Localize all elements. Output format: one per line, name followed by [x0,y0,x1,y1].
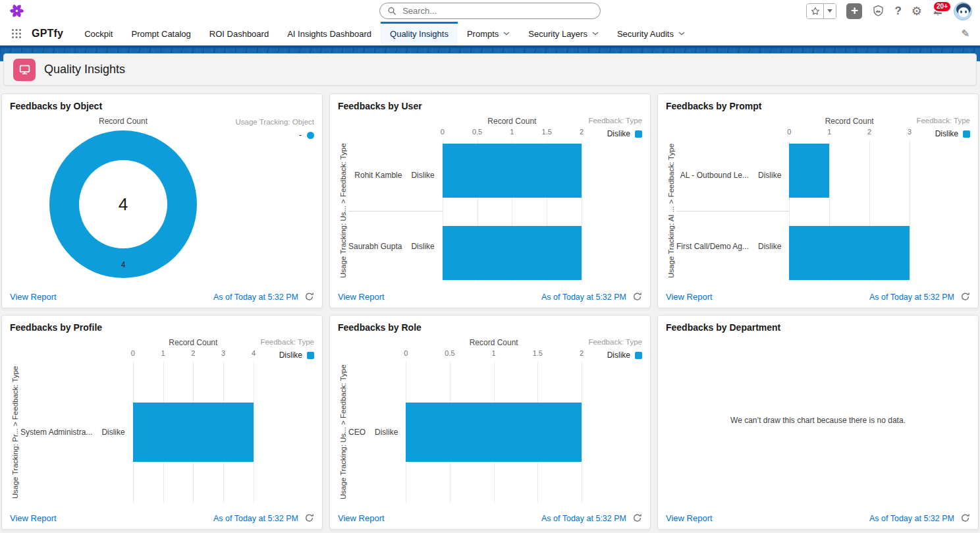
setup-button[interactable]: ⚙ [912,4,922,18]
category-labels: System Administra...Dislike [20,362,133,503]
row-label: CEODislike [348,362,406,503]
favorites-button[interactable] [807,4,824,18]
row-label: AL - Outbound Le...Dislike [676,140,789,211]
x-tick-label: 0 [404,349,408,357]
x-tick-label: 0 [787,128,791,136]
horizontal-bar-chart: Usage Tracking: Pr... > Feedback: TypeRe… [10,338,314,503]
legend-item: Dislike [935,129,970,138]
chart-area: We can’t draw this chart because there i… [666,338,970,503]
app-launcher-button[interactable] [5,22,28,45]
legend-item-label: - [299,130,302,140]
x-tick-label: 1 [827,128,831,136]
view-report-link[interactable]: View Report [666,513,713,523]
plot-area [789,140,910,281]
tab-security-audits[interactable]: Security Audits [608,22,694,45]
x-tick-label: 3 [221,349,225,357]
card-title: Feedbacks by Object [10,101,314,111]
caret-down-icon [827,9,832,13]
refresh-icon[interactable] [304,513,314,523]
tab-cockpit[interactable]: Cockpit [75,22,122,45]
bar-dislike[interactable] [133,403,254,462]
bar-band [789,212,910,282]
search-input[interactable] [401,5,592,16]
global-search[interactable] [379,3,601,19]
row-series-label: Dislike [101,428,124,437]
y-axis-label: Usage Tracking: Us... > Feedback: Type [338,362,348,503]
y-axis-label: Usage Tracking: Us... > Feedback: Type [338,140,348,281]
refresh-icon[interactable] [632,292,642,302]
gridline [582,362,582,503]
row-category-label: Saurabh Gupta [348,242,402,251]
tab-security-layers[interactable]: Security Layers [519,22,608,45]
bar-dislike[interactable] [406,403,582,462]
row-category-label: System Administra... [20,428,92,437]
row-series-label: Dislike [758,171,781,180]
view-report-link[interactable]: View Report [338,292,385,302]
view-report-link[interactable]: View Report [338,513,385,523]
refresh-icon[interactable] [960,292,970,302]
horizontal-bar-chart: Usage Tracking: Us... > Feedback: TypeRe… [338,117,642,281]
refresh-icon[interactable] [632,513,642,523]
pencil-icon: ✎ [961,28,969,40]
bar-dislike[interactable] [789,226,910,280]
refresh-icon[interactable] [304,292,314,302]
view-report-link[interactable]: View Report [666,292,713,302]
user-profile-button[interactable] [954,2,972,20]
bar-bands [789,140,910,281]
tab-roi-dashboard[interactable]: ROI Dashboard [200,22,278,45]
legend-title: Usage Tracking: Object [235,118,314,126]
question-mark-icon: ? [894,5,901,18]
x-tick-label: 1 [492,349,496,357]
card-feedbacks-by-profile: Feedbacks by Profile Usage Tracking: Pr.… [1,315,323,530]
nav-tabs: Cockpit Prompt Catalog ROI Dashboard AI … [75,22,694,45]
bar-dislike[interactable] [443,144,582,198]
chart-area: Usage Tracking: Pr... > Feedback: TypeRe… [10,338,314,503]
tab-prompts[interactable]: Prompts [458,22,519,45]
donut-total-value: 4 [119,194,128,215]
edit-nav-button[interactable]: ✎ [961,22,980,45]
quick-add-button[interactable]: + [846,3,862,19]
x-tick-label: 0 [441,128,445,136]
tab-ai-insights-dashboard[interactable]: AI Insights Dashboard [278,22,381,45]
refresh-icon[interactable] [960,513,970,523]
donut-segment[interactable]: 44 [49,130,197,278]
legend-title: Feedback: Type [582,338,642,349]
as-of-timestamp: As of Today at 5:32 PM [541,293,626,302]
x-tick-label: 2 [867,128,871,136]
legend-title: Feedback: Type [910,117,970,127]
chevron-down-icon [503,32,510,36]
row-category-label: Rohit Kamble [354,171,402,180]
help-center-button[interactable] [872,5,885,17]
page-title: Quality Insights [44,63,125,76]
legend-item: Dislike [607,351,642,360]
x-tick-label: 4 [252,349,256,357]
x-tick-label: 2 [580,349,584,357]
search-icon [388,7,396,15]
row-category-label: First Call/Demo Ag... [676,242,749,251]
favorites-menu-button[interactable] [824,4,836,18]
bar-dislike[interactable] [443,226,582,280]
x-tick-label: 1.5 [542,128,552,136]
help-button[interactable]: ? [894,5,901,18]
tab-prompt-catalog[interactable]: Prompt Catalog [122,22,200,45]
x-tick-label: 1 [161,349,165,357]
category-labels: CEODislike [348,362,406,503]
chart-area: Record Count44Usage Tracking: Object- [10,117,314,281]
category-labels: AL - Outbound Le...DislikeFirst Call/Dem… [676,140,789,281]
view-report-link[interactable]: View Report [10,292,57,302]
slice-data-label: 4 [121,260,126,269]
notifications-button[interactable]: 20+ [932,5,944,17]
empty-chart: We can’t draw this chart because there i… [666,338,970,503]
view-report-link[interactable]: View Report [10,513,57,523]
tab-quality-insights[interactable]: Quality Insights [381,22,458,45]
plot-area [406,362,582,503]
legend-item: - [299,130,314,140]
donut-legend: Usage Tracking: Object- [236,117,314,281]
chart-axis-title: Record Count [443,117,582,127]
page-header: Quality Insights [3,53,977,86]
bar-band [443,212,582,282]
chart-axis-title: Record Count [406,338,582,349]
card-title: Feedbacks by Department [666,322,970,333]
bar-dislike[interactable] [789,144,829,198]
notification-count-badge: 20+ [933,1,952,13]
